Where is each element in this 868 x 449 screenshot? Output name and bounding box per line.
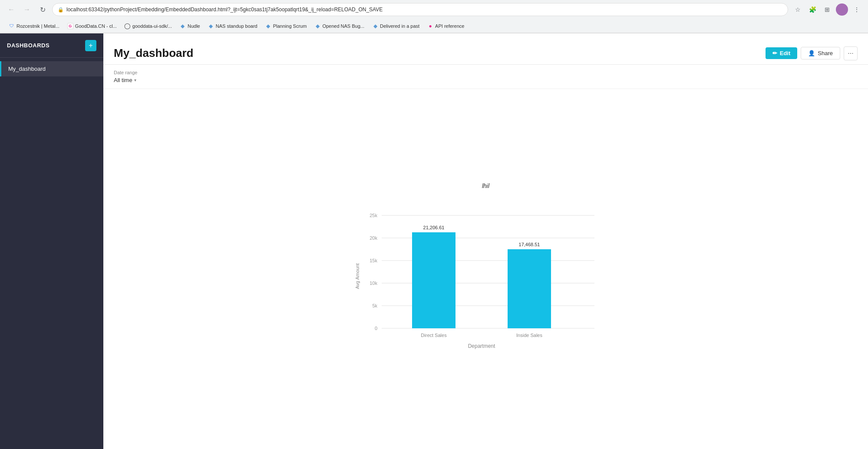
browser-chrome: ← → ↻ 🔒 localhost:63342/pythonProject/Em… (0, 0, 868, 33)
svg-text:20k: 20k (370, 235, 377, 241)
svg-text:Direct Sales: Direct Sales (421, 333, 447, 338)
chevron-down-icon: ▾ (134, 78, 136, 83)
sidebar: DASHBOARDS + My_dashboard (0, 33, 103, 449)
chart-svg-wrapper: 25k 20k 15k 10k 5k 0 Avg Amount 21,206.6… (351, 198, 620, 356)
diamond-icon: ◆ (208, 23, 214, 29)
main-content: My_dashboard ✏ Edit 👤 Share ··· Date ran… (103, 33, 868, 449)
main-header: My_dashboard ✏ Edit 👤 Share ··· (103, 33, 868, 65)
bookmark-star-button[interactable]: ☆ (792, 3, 804, 16)
svg-text:Department: Department (468, 343, 495, 349)
bookmark-api-reference[interactable]: ● API reference (424, 22, 468, 30)
svg-text:10k: 10k (370, 281, 377, 286)
shield-icon: 🛡 (9, 23, 15, 29)
bookmark-label: API reference (435, 23, 464, 29)
svg-text:17,468.51: 17,468.51 (518, 242, 540, 247)
bookmark-nas-standup[interactable]: ◆ NAS standup board (205, 22, 261, 30)
bookmark-label: Delivered in a past (380, 23, 419, 29)
diamond-icon: ◆ (372, 23, 378, 29)
more-options-button[interactable]: ··· (844, 46, 858, 60)
svg-text:5k: 5k (372, 303, 377, 308)
user-avatar-button[interactable] (836, 3, 848, 16)
filter-value-text: All time (114, 77, 132, 83)
browser-actions: ☆ 🧩 ⊞ ⋮ (792, 3, 863, 16)
forward-button[interactable]: → (21, 3, 33, 16)
bookmark-gooddata-sdk[interactable]: ◯ gooddata-ui-sdk/... (121, 22, 175, 30)
github-icon: ◯ (125, 23, 131, 29)
bookmark-rozcestnik[interactable]: 🛡 Rozcestnik | Metal... (5, 22, 63, 30)
address-bar[interactable]: 🔒 localhost:63342/pythonProject/Embeddin… (52, 3, 788, 16)
sidebar-nav: My_dashboard (0, 58, 103, 80)
svg-text:15k: 15k (370, 258, 377, 263)
gooddata-icon: G (67, 23, 73, 29)
date-range-filter[interactable]: All time ▾ (114, 77, 858, 83)
filter-label: Date range (114, 70, 858, 75)
bar-inside-sales (508, 249, 551, 328)
bookmark-label: NAS standup board (216, 23, 257, 29)
back-button[interactable]: ← (5, 3, 17, 16)
browser-toolbar: ← → ↻ 🔒 localhost:63342/pythonProject/Em… (0, 0, 868, 19)
svg-text:25k: 25k (370, 213, 377, 218)
filter-bar: Date range All time ▾ (103, 65, 868, 89)
extensions-button[interactable]: 🧩 (806, 3, 818, 16)
refresh-button[interactable]: ↻ (36, 3, 49, 16)
bookmark-label: GoodData.CN - cl... (75, 23, 117, 29)
chart-container: lhil 25k 20 (351, 182, 620, 356)
share-icon: 👤 (808, 50, 815, 56)
bookmark-label: gooddata-ui-sdk/... (132, 23, 172, 29)
bookmark-delivered-past[interactable]: ◆ Delivered in a past (369, 22, 423, 30)
bookmark-label: Planning Scrum (273, 23, 307, 29)
bookmark-planning-scrum[interactable]: ◆ Planning Scrum (262, 22, 310, 30)
edit-button[interactable]: ✏ Edit (766, 47, 798, 59)
add-dashboard-button[interactable]: + (85, 40, 96, 51)
chart-title: lhil (482, 182, 489, 189)
url-text: localhost:63342/pythonProject/Embedding/… (66, 7, 383, 13)
bookmark-label: Nudle (188, 23, 200, 29)
svg-text:Inside Sales: Inside Sales (516, 333, 542, 338)
sidebar-item-label: My_dashboard (8, 66, 46, 72)
chart-area: lhil 25k 20 (103, 89, 868, 449)
profile-menu-button[interactable]: ⊞ (821, 3, 833, 16)
sidebar-item-my-dashboard[interactable]: My_dashboard (0, 61, 103, 76)
bar-chart-svg: 25k 20k 15k 10k 5k 0 Avg Amount 21,206.6… (351, 198, 612, 354)
bookmark-gooddata-cn[interactable]: G GoodData.CN - cl... (64, 22, 120, 30)
svg-text:Avg Amount: Avg Amount (355, 263, 360, 289)
browser-menu-button[interactable]: ⋮ (851, 3, 863, 16)
diamond-icon: ◆ (180, 23, 186, 29)
bookmark-nudle[interactable]: ◆ Nudle (176, 22, 204, 30)
svg-text:21,206.61: 21,206.61 (423, 225, 444, 230)
svg-text:0: 0 (374, 326, 377, 331)
edit-label: Edit (780, 50, 791, 56)
bookmark-opened-nas[interactable]: ◆ Opened NAS Bug... (311, 22, 368, 30)
share-button[interactable]: 👤 Share (801, 47, 840, 59)
share-label: Share (818, 50, 833, 56)
lock-icon: 🔒 (58, 7, 64, 13)
api-icon: ● (427, 23, 433, 29)
sidebar-title: DASHBOARDS (7, 42, 50, 49)
sidebar-header: DASHBOARDS + (0, 33, 103, 58)
bookmark-label: Opened NAS Bug... (322, 23, 364, 29)
page-title: My_dashboard (114, 46, 194, 60)
app-layout: DASHBOARDS + My_dashboard My_dashboard ✏… (0, 33, 868, 449)
bookmark-label: Rozcestnik | Metal... (17, 23, 59, 29)
header-actions: ✏ Edit 👤 Share ··· (766, 46, 858, 60)
bookmarks-bar: 🛡 Rozcestnik | Metal... G GoodData.CN - … (0, 19, 868, 33)
more-icon: ··· (848, 50, 853, 57)
bar-direct-sales (412, 232, 455, 328)
edit-icon: ✏ (772, 50, 777, 56)
diamond-icon: ◆ (265, 23, 271, 29)
diamond-icon: ◆ (314, 23, 320, 29)
